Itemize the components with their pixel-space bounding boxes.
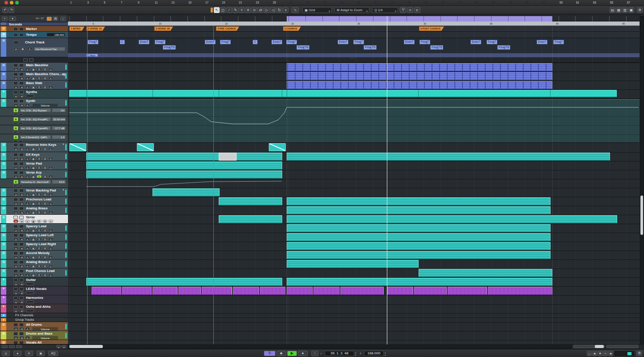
track-control-button[interactable]: W bbox=[42, 76, 47, 80]
track-row-seconds[interactable]: Seconds bbox=[0, 22, 68, 26]
chord-event[interactable]: Fmaj7/9 bbox=[430, 45, 443, 50]
automation-value[interactable]: 63.5 bbox=[52, 180, 66, 184]
track-control-button[interactable]: ▦ bbox=[31, 68, 36, 71]
track-row-marker[interactable]: ▥Marker bbox=[0, 26, 68, 32]
track-control-button[interactable]: R bbox=[37, 202, 42, 205]
zoom-h-thumb[interactable] bbox=[595, 345, 604, 348]
track-control-button[interactable]: ◄ bbox=[19, 147, 24, 150]
solo-button[interactable] bbox=[19, 305, 24, 309]
event[interactable] bbox=[86, 170, 282, 178]
track-control-button[interactable]: e bbox=[25, 220, 30, 223]
close-button[interactable] bbox=[4, 1, 8, 4]
track-control-button[interactable] bbox=[26, 309, 34, 312]
add-track-button[interactable]: + bbox=[2, 17, 8, 21]
track-control-button[interactable] bbox=[13, 185, 17, 187]
track-control-button[interactable]: ≡ bbox=[48, 85, 53, 89]
vertical-scroll-thumb[interactable] bbox=[640, 196, 643, 235]
undo-button[interactable]: ↶ bbox=[2, 7, 8, 13]
track-row-prechorus-lead[interactable]: ▥Prechorus Lead●◄e▦RW≡ bbox=[0, 197, 68, 206]
event[interactable] bbox=[287, 251, 551, 259]
track-control-button[interactable]: R bbox=[37, 193, 42, 196]
chord-track-button[interactable] bbox=[13, 41, 19, 44]
mute-button[interactable] bbox=[13, 225, 18, 228]
track-control-button[interactable]: ▦ bbox=[31, 166, 36, 169]
automation-value[interactable]: On bbox=[52, 108, 66, 112]
track-row-analog-brass-2[interactable]: ▥Analog Brass 2●◄e▦RW≡ bbox=[0, 259, 68, 268]
track-control-button[interactable]: R bbox=[37, 157, 42, 160]
play-button[interactable]: ▶ bbox=[287, 351, 297, 356]
panel-scroll-down-button[interactable]: ▾ bbox=[62, 345, 66, 348]
automation-parameter-name[interactable]: Ins. 3:St...EQ-Bypass bbox=[20, 108, 51, 112]
marker-event[interactable]: 5 CHORUS bbox=[283, 26, 301, 31]
track-control-button[interactable]: ≡ bbox=[48, 246, 53, 250]
event[interactable] bbox=[86, 278, 282, 286]
audition-tool[interactable]: ◁ bbox=[270, 7, 276, 13]
event[interactable] bbox=[287, 242, 551, 250]
chord-event[interactable]: Fmaj7 bbox=[419, 40, 430, 44]
chord-event[interactable]: Fmaj7/9 bbox=[497, 45, 510, 50]
mute-button[interactable] bbox=[13, 90, 18, 94]
track-control-button[interactable]: ≡ bbox=[48, 76, 53, 80]
track-control-button[interactable]: R bbox=[37, 246, 42, 250]
mute-button[interactable] bbox=[13, 296, 18, 300]
track-control-button[interactable]: e bbox=[25, 193, 30, 196]
chord-event[interactable]: Fmaj7 bbox=[353, 40, 364, 44]
track-control-button[interactable]: e bbox=[25, 175, 30, 178]
solo-button[interactable] bbox=[19, 90, 24, 94]
position-display[interactable]: 39. 1. 2. 48 bbox=[325, 351, 354, 356]
track-control-button[interactable]: ● bbox=[13, 147, 18, 150]
stop-button[interactable]: ■ bbox=[276, 351, 286, 356]
track-row-row[interactable] bbox=[0, 57, 68, 63]
transport-left-button[interactable]: AQ bbox=[48, 351, 58, 356]
track-row-ins-3-st-eq-freq-fl[interactable]: RIns. 3:St...EQ-Freq#FL20.00 kHz bbox=[0, 116, 68, 125]
window-layout-button[interactable]: ▣ bbox=[628, 7, 634, 13]
marker-event[interactable]: 4 PRE CHORUS bbox=[216, 26, 239, 31]
seconds-ruler[interactable] bbox=[68, 21, 640, 26]
track-control-button[interactable] bbox=[26, 300, 34, 303]
track-row-spacey-lead[interactable]: ▥Spacey Lead●◄e▦RW≡ bbox=[0, 224, 68, 233]
chord-event[interactable]: Emin7 bbox=[404, 40, 415, 44]
punch-button[interactable]: » bbox=[311, 351, 318, 356]
track-control-button[interactable]: ≡ bbox=[48, 229, 53, 232]
track-control-button[interactable]: ● bbox=[13, 76, 18, 80]
track-row-ins-3-st-eq-gain-fl[interactable]: RIns. 3:St...EQ-Gain#FL17.7 dB bbox=[0, 125, 68, 134]
monitored-track-selector[interactable]: Use Monitored Trac bbox=[34, 47, 65, 51]
preset-arrow-icon[interactable]: ♦ bbox=[63, 143, 64, 145]
chord-event[interactable]: Fmaj7 bbox=[220, 40, 231, 44]
metronome-icon[interactable]: ♪ bbox=[360, 351, 361, 355]
track-control-button[interactable]: ◄ bbox=[19, 193, 24, 196]
track-control-button[interactable]: W bbox=[42, 264, 47, 268]
chord-event[interactable]: Emin7 bbox=[139, 40, 149, 44]
solo-button[interactable] bbox=[19, 216, 24, 219]
track-control-button[interactable]: R bbox=[37, 273, 42, 276]
transport-left-button[interactable]: ◎ bbox=[2, 351, 10, 356]
track-control-button[interactable]: ▦ bbox=[31, 147, 36, 150]
track-control-button[interactable]: ◄ bbox=[19, 336, 24, 339]
panel-scroll-up-button[interactable]: ▴ bbox=[56, 345, 61, 348]
track-row-harmonies[interactable]: ▼Harmonies●◄ bbox=[0, 295, 68, 304]
solo-button[interactable] bbox=[19, 72, 24, 76]
track-control-button[interactable] bbox=[19, 113, 23, 115]
vocal-event[interactable] bbox=[387, 287, 413, 295]
track-row-reverse-intro-keys[interactable]: ▥Reverse Intro Keys♦●◄e▦RW≡ bbox=[0, 142, 68, 152]
chord-event[interactable]: Emin7 bbox=[338, 40, 348, 44]
volume-parameter-box[interactable]: Volume bbox=[32, 103, 58, 107]
track-control-button[interactable]: e bbox=[25, 68, 30, 71]
transport-right-button[interactable]: ▭ bbox=[603, 351, 608, 356]
fold-handle[interactable]: ···· bbox=[350, 57, 356, 60]
mute-button[interactable] bbox=[13, 216, 18, 219]
track-control-button[interactable]: ● bbox=[13, 246, 18, 250]
solo-button[interactable] bbox=[19, 287, 24, 291]
track-control-button[interactable]: ≡ bbox=[48, 68, 53, 71]
track-control-button[interactable]: W bbox=[42, 147, 47, 150]
track-control-button[interactable]: ◄ bbox=[19, 327, 24, 330]
track-control-button[interactable]: ◄ bbox=[19, 94, 24, 98]
vocal-event[interactable] bbox=[153, 287, 178, 295]
solo-button[interactable] bbox=[19, 278, 24, 282]
volume-parameter-box[interactable]: Volume bbox=[32, 327, 58, 331]
track-control-button[interactable] bbox=[19, 185, 23, 187]
setup-gear-button[interactable]: ⚙ bbox=[637, 7, 643, 13]
track-row-analog-brass[interactable]: ▥Analog Brass●◄e▦RW≡ bbox=[0, 206, 68, 215]
track-control-button[interactable]: ◄ bbox=[19, 282, 24, 285]
mute-button[interactable] bbox=[13, 153, 18, 157]
